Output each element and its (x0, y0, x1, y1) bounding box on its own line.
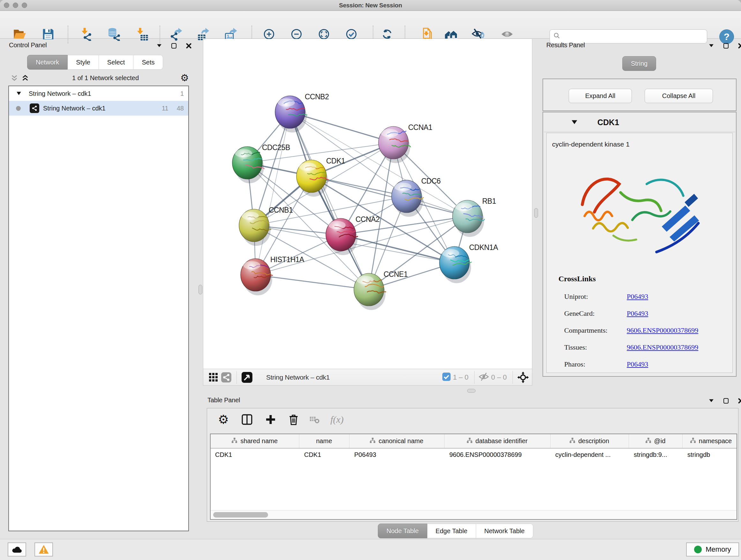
crosslink-link[interactable]: P06493 (627, 360, 648, 368)
tab-string[interactable]: String (622, 56, 656, 71)
tab-style[interactable]: Style (68, 55, 98, 70)
grid-view-icon[interactable] (207, 371, 220, 384)
left-splitter-handle[interactable] (199, 285, 202, 294)
network-badge-icon[interactable] (220, 371, 232, 384)
import-network-from-database-button[interactable] (107, 27, 122, 42)
tree-expander-icon[interactable] (16, 90, 22, 98)
edge-CCNB2-HIST1H1A[interactable] (256, 112, 290, 275)
table-options-gear-icon[interactable]: ⚙ (216, 412, 231, 427)
birdseye-view-icon[interactable] (241, 371, 253, 384)
network-collection-row[interactable]: String Network – cdk1 1 (9, 86, 188, 101)
panel-close-icon[interactable] (737, 397, 741, 404)
clear-table-icon[interactable] (307, 412, 322, 427)
column-header-name[interactable]: name (299, 434, 349, 448)
node-label-HIST1H1A: HIST1H1A (270, 255, 305, 264)
node-HIST1H1A[interactable]: HIST1H1A (241, 255, 305, 295)
import-table-button[interactable] (135, 27, 149, 42)
node-CDC6[interactable]: CDC6 (392, 177, 441, 217)
open-session-button[interactable] (12, 27, 27, 42)
pan-crosshair-icon[interactable] (517, 371, 529, 384)
scrollbar-thumb[interactable] (213, 512, 268, 517)
node-CCNB1[interactable]: CCNB1 (239, 206, 293, 246)
panel-float-icon[interactable] (723, 397, 730, 404)
tab-sets[interactable]: Sets (133, 55, 163, 70)
panel-float-icon[interactable] (171, 42, 178, 49)
export-network-button[interactable] (169, 27, 184, 42)
tab-edge-table[interactable]: Edge Table (427, 523, 476, 538)
collapse-all-button[interactable]: Collapse All (645, 89, 713, 103)
node-label-CDC6: CDC6 (421, 177, 441, 185)
network-canvas[interactable]: CCNB2CCNA1CDC25BCDK1CDC6RB1CCNB1CCNA2CDK… (203, 39, 532, 369)
table-type-tabs: Node TableEdge TableNetwork Table (378, 523, 533, 538)
network-label: String Network – cdk1 (43, 105, 106, 112)
edge-HIST1H1A-CCNE1[interactable] (256, 275, 369, 290)
node-RB1[interactable]: RB1 (453, 197, 496, 237)
search-icon (553, 32, 561, 41)
node-CDK1[interactable]: CDK1 (296, 157, 345, 197)
table-row[interactable]: CDK1CDK1P064939606.ENSP00000378699cyclin… (211, 448, 737, 461)
warnings-button[interactable] (35, 543, 53, 557)
crosslink-link[interactable]: 9606.ENSP00000378699 (627, 326, 698, 334)
function-builder-icon[interactable]: f(x) (329, 412, 345, 427)
current-network-name: String Network – cdk1 (266, 374, 330, 381)
node-CDKN1A[interactable]: CDKN1A (440, 243, 498, 283)
hidden-eye-icon[interactable] (478, 372, 489, 383)
collapse-all-networks-icon[interactable] (20, 73, 30, 83)
column-header-namespace[interactable]: namespace (682, 434, 737, 448)
application-window: Session: New Session ? Control Panel (0, 0, 741, 560)
column-header-shared-name[interactable]: shared name (211, 434, 299, 448)
network-selection-status: 1 of 1 Network selected (30, 74, 180, 82)
window-zoom-button[interactable] (22, 3, 27, 8)
panel-menu-icon[interactable] (708, 397, 715, 404)
expand-all-button[interactable]: Expand All (569, 89, 632, 103)
window-close-button[interactable] (4, 3, 9, 8)
cloud-button[interactable] (8, 543, 26, 557)
panel-close-icon[interactable] (185, 42, 192, 49)
column-header-description[interactable]: description (550, 434, 629, 448)
table-horizontal-scrollbar[interactable] (211, 510, 737, 519)
crosslink-link[interactable]: P06493 (627, 309, 648, 318)
right-splitter-handle[interactable] (534, 208, 538, 218)
window-minimize-button[interactable] (13, 3, 18, 8)
panel-menu-icon[interactable] (156, 42, 163, 49)
tab-node-table[interactable]: Node Table (378, 523, 427, 538)
network-graph[interactable]: CCNB2CCNA1CDC25BCDK1CDC6RB1CCNB1CCNA2CDK… (203, 39, 533, 369)
crosslink-link[interactable]: 9606.ENSP00000378699 (627, 343, 698, 352)
column-header-database-identifier[interactable]: database identifier (444, 434, 550, 448)
tab-network-table[interactable]: Network Table (476, 523, 533, 538)
import-network-button[interactable] (79, 27, 94, 42)
panel-close-icon[interactable] (737, 42, 741, 49)
panel-menu-icon[interactable] (708, 42, 715, 49)
delete-column-icon[interactable] (286, 412, 301, 427)
node-label-CDK1: CDK1 (326, 157, 345, 165)
horizontal-splitter-handle[interactable] (467, 389, 475, 393)
tab-select[interactable]: Select (99, 55, 134, 70)
search-input[interactable] (563, 30, 704, 42)
network-row-selected[interactable]: String Network – cdk1 1148 (9, 101, 188, 116)
node-CCNB2[interactable]: CCNB2 (275, 92, 329, 132)
column-header--id[interactable]: @id (629, 434, 682, 448)
crosslink-label: Tissues: (564, 343, 627, 352)
panel-float-icon[interactable] (723, 42, 730, 49)
protein-item-header[interactable]: CDK1 (544, 113, 735, 132)
tab-network[interactable]: Network (27, 55, 68, 70)
node-CCNE1[interactable]: CCNE1 (354, 270, 408, 310)
expand-all-networks-icon[interactable] (9, 73, 20, 83)
item-expander-icon[interactable] (571, 119, 578, 126)
node-label-CDKN1A: CDKN1A (469, 243, 498, 252)
add-column-icon[interactable] (263, 412, 278, 427)
table-cell: CDK1 (299, 448, 349, 461)
node-CCNA1[interactable]: CCNA1 (379, 123, 432, 163)
selected-checkbox-icon[interactable] (442, 372, 451, 382)
show-columns-icon[interactable] (239, 412, 255, 427)
crosslink-link[interactable]: P06493 (627, 293, 648, 301)
table-cell: stringdb (682, 448, 737, 461)
cloud-icon (11, 545, 23, 554)
save-session-button[interactable] (41, 27, 56, 42)
import-network-icon (80, 27, 93, 42)
network-options-gear-icon[interactable]: ⚙ (180, 73, 189, 83)
column-header-canonical-name[interactable]: canonical name (349, 434, 444, 448)
edge-CDK1-RB1[interactable] (312, 176, 468, 216)
node-CCNA2[interactable]: CCNA2 (326, 215, 380, 255)
memory-button[interactable]: Memory (686, 543, 739, 557)
